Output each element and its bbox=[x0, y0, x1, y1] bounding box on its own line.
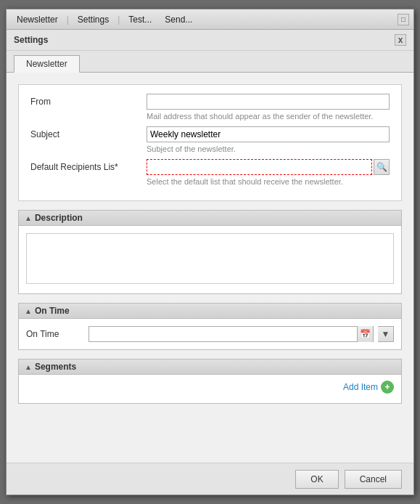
ontime-calendar-button[interactable]: 📅 bbox=[357, 326, 373, 342]
segments-arrow-icon: ▲ bbox=[25, 363, 32, 371]
tab-newsletter[interactable]: Newsletter bbox=[14, 55, 80, 73]
chevron-down-icon: ▼ bbox=[382, 329, 390, 339]
cancel-button[interactable]: Cancel bbox=[345, 470, 402, 489]
recipients-label: Default Recipients Lis* bbox=[30, 159, 147, 172]
recipients-input-container: 🔍 bbox=[147, 159, 390, 175]
dialog-title: Settings bbox=[14, 35, 48, 45]
basic-info-section: From Mail address that should appear as … bbox=[18, 84, 402, 201]
recipients-row: Default Recipients Lis* 🔍 Select the def… bbox=[30, 159, 390, 186]
segments-section: ▲ Segments Add Item + bbox=[18, 359, 402, 404]
description-textarea[interactable] bbox=[26, 233, 394, 284]
segments-header[interactable]: ▲ Segments bbox=[18, 359, 402, 375]
title-tab-test[interactable]: Test... bbox=[123, 13, 157, 26]
subject-field: Subject of the newsletter. bbox=[147, 126, 390, 153]
ontime-input[interactable] bbox=[89, 328, 357, 341]
from-input[interactable] bbox=[147, 94, 390, 110]
tab-bar: Newsletter bbox=[7, 51, 413, 72]
recipients-search-button[interactable]: 🔍 bbox=[374, 159, 390, 175]
description-body bbox=[18, 226, 402, 294]
ontime-header[interactable]: ▲ On Time bbox=[18, 303, 402, 319]
from-row: From Mail address that should appear as … bbox=[30, 94, 390, 121]
add-item-button[interactable]: + bbox=[381, 381, 394, 394]
ontime-section: ▲ On Time On Time 📅 ▼ bbox=[18, 303, 402, 350]
subject-hint: Subject of the newsletter. bbox=[147, 145, 390, 153]
ok-button[interactable]: OK bbox=[295, 470, 338, 489]
search-icon: 🔍 bbox=[376, 162, 387, 172]
add-item-link[interactable]: Add Item bbox=[343, 382, 378, 392]
subject-label: Subject bbox=[30, 126, 147, 139]
from-hint: Mail address that should appear as the s… bbox=[147, 112, 390, 121]
description-arrow-icon: ▲ bbox=[25, 214, 32, 222]
segments-body: Add Item + bbox=[18, 375, 402, 404]
separator-1: | bbox=[65, 15, 70, 25]
recipients-input[interactable] bbox=[147, 159, 372, 175]
subject-input[interactable] bbox=[147, 126, 390, 142]
description-title: Description bbox=[35, 213, 83, 223]
ontime-body: On Time 📅 ▼ bbox=[18, 319, 402, 350]
dialog-header: Settings x bbox=[7, 30, 413, 51]
segments-title: Segments bbox=[35, 362, 76, 372]
ontime-arrow-icon: ▲ bbox=[25, 307, 32, 315]
add-item-row: Add Item + bbox=[26, 381, 394, 394]
ontime-row: On Time 📅 ▼ bbox=[26, 326, 394, 342]
tab-content: From Mail address that should appear as … bbox=[7, 72, 413, 463]
description-section: ▲ Description bbox=[18, 210, 402, 294]
ontime-label: On Time bbox=[26, 329, 84, 339]
calendar-icon: 📅 bbox=[360, 329, 371, 339]
dialog-close-button[interactable]: x bbox=[395, 34, 406, 46]
subject-row: Subject Subject of the newsletter. bbox=[30, 126, 390, 153]
title-tab-newsletter[interactable]: Newsletter bbox=[11, 13, 64, 26]
ontime-title: On Time bbox=[35, 306, 70, 316]
title-bar: Newsletter | Settings | Test... Send... … bbox=[7, 9, 413, 30]
ontime-dropdown-button[interactable]: ▼ bbox=[378, 326, 394, 342]
main-window: Newsletter | Settings | Test... Send... … bbox=[6, 9, 414, 495]
recipients-field: 🔍 Select the default list that should re… bbox=[147, 159, 390, 186]
recipients-hint: Select the default list that should rece… bbox=[147, 177, 390, 186]
from-label: From bbox=[30, 94, 147, 107]
dialog-footer: OK Cancel bbox=[7, 463, 413, 495]
description-header[interactable]: ▲ Description bbox=[18, 210, 402, 226]
title-bar-close-button[interactable]: □ bbox=[398, 14, 409, 25]
title-tab-send[interactable]: Send... bbox=[159, 13, 198, 26]
separator-2: | bbox=[116, 15, 121, 25]
title-bar-tabs: Newsletter | Settings | Test... Send... bbox=[11, 13, 398, 26]
title-tab-settings[interactable]: Settings bbox=[72, 13, 115, 26]
from-field: Mail address that should appear as the s… bbox=[147, 94, 390, 121]
ontime-input-container: 📅 bbox=[88, 326, 374, 342]
